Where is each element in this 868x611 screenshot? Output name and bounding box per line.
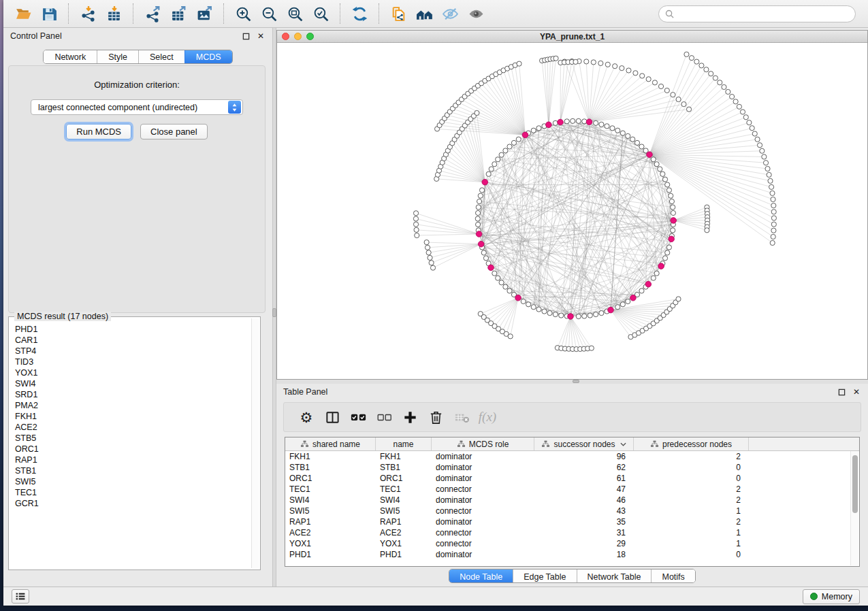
mcds-result-item[interactable]: TEC1	[10, 487, 251, 498]
cell-successors[interactable]: 46	[534, 495, 634, 506]
cell-predecessors[interactable]: 2	[634, 516, 749, 527]
mcds-result-item[interactable]: ORC1	[10, 444, 251, 455]
cell-name[interactable]: YOX1	[376, 538, 432, 549]
select-all-button[interactable]	[345, 407, 371, 427]
show-columns-button[interactable]	[319, 407, 345, 427]
float-panel-icon[interactable]	[241, 31, 251, 41]
open-session-button[interactable]	[12, 4, 34, 23]
mcds-result-item[interactable]: SWI4	[10, 378, 251, 389]
cell-predecessors[interactable]: 0	[634, 549, 749, 560]
cell-role[interactable]: dominator	[432, 462, 534, 473]
add-column-button[interactable]	[397, 407, 423, 427]
mcds-result-item[interactable]: STP4	[10, 346, 251, 357]
float-panel-icon[interactable]	[837, 387, 846, 397]
cell-name[interactable]: ACE2	[376, 527, 432, 538]
cell-role[interactable]: dominator	[432, 516, 534, 527]
first-neighbors-button[interactable]	[413, 4, 435, 23]
cell-shared_name[interactable]: FKH1	[285, 451, 376, 462]
tab-network[interactable]: Network	[44, 50, 97, 63]
tab-node-table[interactable]: Node Table	[449, 569, 513, 583]
cell-successors[interactable]: 31	[534, 527, 634, 538]
mcds-result-item[interactable]: ACE2	[10, 422, 251, 433]
cell-role[interactable]: dominator	[432, 549, 534, 560]
mcds-result-item[interactable]: PMA2	[10, 400, 251, 411]
column-header-shared-name[interactable]: shared name	[285, 437, 376, 450]
cell-successors[interactable]: 35	[534, 516, 634, 527]
deselect-all-button[interactable]	[371, 407, 397, 427]
table-row[interactable]: ORC1ORC1dominator610	[285, 473, 859, 484]
zoom-in-button[interactable]	[232, 4, 254, 23]
mcds-result-item[interactable]: STB1	[10, 465, 251, 476]
cell-shared_name[interactable]: ACE2	[285, 527, 376, 538]
table-row[interactable]: SWI5SWI5connector431	[285, 506, 859, 516]
refresh-network-button[interactable]	[349, 4, 370, 23]
cell-role[interactable]: dominator	[432, 473, 534, 484]
zoom-out-button[interactable]	[258, 4, 280, 23]
mcds-result-item[interactable]: SRD1	[10, 389, 251, 400]
search-box[interactable]	[658, 5, 856, 22]
mcds-result-item[interactable]: GCR1	[10, 498, 251, 509]
cell-role[interactable]: connector	[432, 538, 534, 549]
close-panel-button[interactable]: Close panel	[140, 124, 208, 139]
cell-name[interactable]: PHD1	[376, 549, 432, 560]
mcds-result-item[interactable]: YOX1	[10, 367, 251, 378]
delete-table-button[interactable]	[449, 407, 475, 427]
column-settings-button[interactable]: ⚙	[293, 407, 319, 427]
tab-style[interactable]: Style	[97, 50, 138, 63]
task-history-button[interactable]	[12, 589, 29, 604]
mcds-result-item[interactable]: FKH1	[10, 411, 251, 422]
cell-predecessors[interactable]: 1	[634, 527, 749, 538]
tab-select[interactable]: Select	[138, 50, 184, 63]
cell-name[interactable]: ORC1	[376, 473, 432, 484]
tab-network-table[interactable]: Network Table	[577, 569, 652, 583]
splitter-grip[interactable]	[573, 380, 579, 383]
cell-name[interactable]: SWI5	[376, 506, 432, 516]
import-table-button[interactable]	[103, 4, 125, 23]
cell-shared_name[interactable]: ORC1	[285, 473, 376, 484]
cell-shared_name[interactable]: TEC1	[285, 484, 376, 495]
cell-name[interactable]: STB1	[376, 462, 432, 473]
cell-successors[interactable]: 47	[534, 484, 634, 495]
cell-name[interactable]: RAP1	[376, 516, 432, 527]
zoom-fit-button[interactable]	[284, 4, 306, 23]
cell-shared_name[interactable]: SWI5	[285, 506, 376, 516]
mcds-result-item[interactable]: PHD1	[10, 324, 251, 335]
zoom-selected-button[interactable]	[310, 4, 332, 23]
run-mcds-button[interactable]: Run MCDS	[66, 124, 131, 139]
hide-selected-button[interactable]	[439, 4, 461, 23]
cell-shared_name[interactable]: PHD1	[285, 549, 376, 560]
cell-successors[interactable]: 18	[534, 549, 634, 560]
column-header-predecessor-nodes[interactable]: predecessor nodes	[634, 437, 749, 450]
cell-name[interactable]: SWI4	[376, 495, 432, 506]
export-network-button[interactable]	[142, 4, 163, 23]
network-canvas[interactable]	[277, 44, 867, 379]
mcds-result-item[interactable]: STB5	[10, 433, 251, 444]
function-builder-button[interactable]: f(x)	[475, 407, 500, 427]
table-row[interactable]: SWI4SWI4dominator462	[285, 495, 859, 506]
cell-role[interactable]: connector	[432, 527, 534, 538]
cell-predecessors[interactable]: 1	[634, 538, 749, 549]
table-row[interactable]: FKH1FKH1dominator962	[285, 451, 859, 462]
cell-predecessors[interactable]: 2	[634, 495, 749, 506]
cell-predecessors[interactable]: 0	[634, 473, 749, 484]
cell-predecessors[interactable]: 1	[634, 506, 749, 516]
mcds-result-item[interactable]: SWI5	[10, 476, 251, 487]
cell-predecessors[interactable]: 2	[634, 484, 749, 495]
tab-edge-table[interactable]: Edge Table	[513, 569, 576, 583]
column-header-name[interactable]: name	[376, 437, 432, 450]
cell-role[interactable]: connector	[432, 484, 534, 495]
mcds-result-item[interactable]: TID3	[10, 357, 251, 367]
scrollbar-thumb[interactable]	[852, 455, 858, 513]
export-table-button[interactable]	[167, 4, 189, 23]
table-scrollbar[interactable]	[850, 451, 858, 565]
tab-motifs[interactable]: Motifs	[651, 569, 694, 583]
cell-successors[interactable]: 61	[534, 473, 634, 484]
column-header-MCDS-role[interactable]: MCDS role	[432, 437, 534, 450]
mcds-result-item[interactable]: CAR1	[10, 335, 251, 346]
table-row[interactable]: STB1STB1dominator620	[285, 462, 859, 473]
cell-name[interactable]: FKH1	[376, 451, 432, 462]
cell-shared_name[interactable]: SWI4	[285, 495, 376, 506]
table-row[interactable]: TEC1TEC1connector472	[285, 484, 859, 495]
memory-button[interactable]: Memory	[803, 589, 860, 604]
cell-role[interactable]: dominator	[432, 451, 534, 462]
